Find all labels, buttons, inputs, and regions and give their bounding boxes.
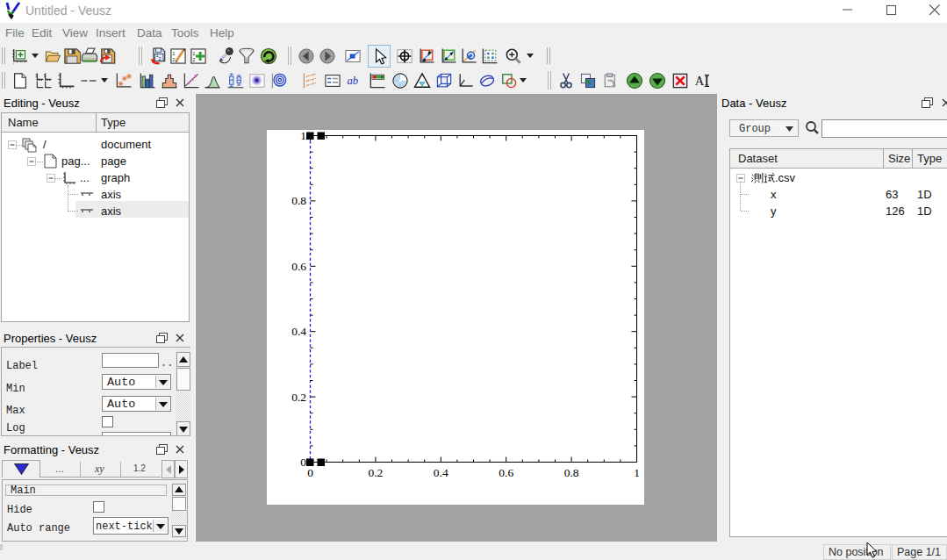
svg-text:2: 2: [192, 57, 195, 62]
svg-text:0: 0: [300, 456, 306, 469]
svg-text:0.4: 0.4: [434, 466, 448, 479]
svg-text:0.2: 0.2: [368, 466, 383, 479]
svg-text:0.8: 0.8: [564, 466, 579, 479]
svg-text:1: 1: [300, 130, 306, 142]
svg-text:0.4: 0.4: [291, 325, 306, 338]
svg-text:0.8: 0.8: [291, 194, 306, 207]
svg-text:1: 1: [634, 466, 640, 479]
svg-text:0.6: 0.6: [499, 466, 513, 479]
svg-text:ab: ab: [348, 75, 359, 87]
svg-text:2: 2: [172, 57, 175, 62]
svg-text:0: 0: [307, 466, 313, 479]
svg-text:0.6: 0.6: [291, 260, 306, 273]
svg-text:2: 2: [158, 56, 161, 61]
svg-text:0.2: 0.2: [291, 391, 306, 404]
svg-text:A: A: [695, 74, 705, 88]
